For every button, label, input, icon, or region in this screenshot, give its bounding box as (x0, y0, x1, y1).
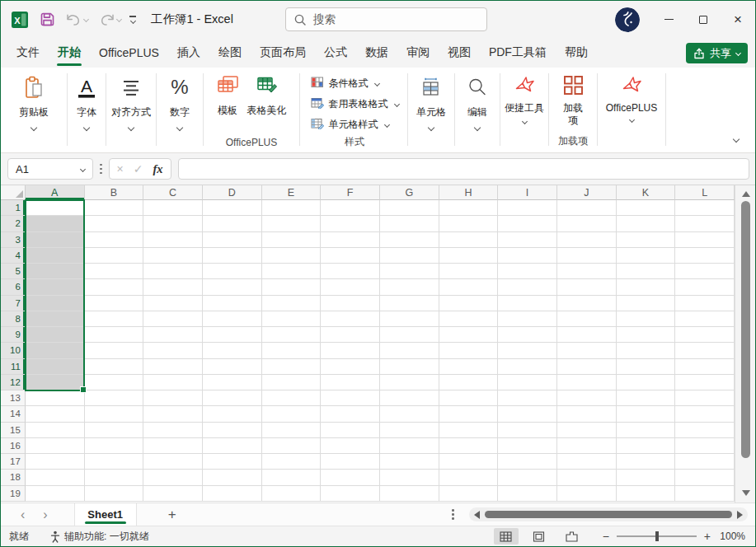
scroll-right-icon[interactable] (737, 511, 743, 519)
cell-G14[interactable] (380, 406, 439, 422)
cell-L13[interactable] (675, 390, 735, 406)
row-header-1[interactable]: 1 (1, 200, 26, 216)
column-header-C[interactable]: C (143, 185, 203, 200)
cell-E6[interactable] (262, 279, 322, 295)
cell-F13[interactable] (321, 390, 380, 406)
cell-B1[interactable] (85, 200, 144, 216)
cell-J7[interactable] (557, 296, 617, 311)
cell-A7[interactable] (26, 296, 85, 311)
row-header-5[interactable]: 5 (1, 264, 26, 279)
row-header-9[interactable]: 9 (1, 327, 26, 343)
cell-F3[interactable] (321, 232, 380, 248)
page-break-view-button[interactable] (560, 528, 585, 545)
cell-D11[interactable] (203, 359, 262, 375)
row-header-19[interactable]: 19 (1, 486, 26, 502)
cell-G13[interactable] (380, 390, 439, 406)
cell-A10[interactable] (26, 343, 85, 358)
cell-L16[interactable] (675, 438, 735, 454)
row-header-10[interactable]: 10 (1, 343, 26, 358)
cell-L4[interactable] (675, 248, 735, 264)
cell-A18[interactable] (26, 470, 85, 485)
cell-G18[interactable] (380, 470, 439, 485)
tab-file[interactable]: 文件 (7, 38, 49, 68)
row-header-17[interactable]: 17 (1, 454, 26, 470)
cell-C15[interactable] (143, 423, 203, 438)
row-header-16[interactable]: 16 (1, 438, 26, 454)
cell-L5[interactable] (675, 264, 735, 279)
add-sheet-button[interactable]: + (168, 507, 176, 521)
cell-D16[interactable] (203, 438, 262, 454)
cell-F7[interactable] (321, 296, 380, 311)
horizontal-scroll-thumb[interactable] (485, 511, 732, 518)
cell-L7[interactable] (675, 296, 735, 311)
cell-J18[interactable] (557, 470, 617, 485)
cell-G15[interactable] (380, 423, 439, 438)
cell-L19[interactable] (675, 486, 735, 502)
cell-D10[interactable] (203, 343, 262, 358)
row-header-12[interactable]: 12 (1, 375, 26, 390)
cell-F11[interactable] (321, 359, 380, 375)
cell-B4[interactable] (85, 248, 144, 264)
row-header-3[interactable]: 3 (1, 232, 26, 248)
cell-F4[interactable] (321, 248, 380, 264)
cell-F2[interactable] (321, 216, 380, 231)
cell-I15[interactable] (498, 423, 557, 438)
cell-F15[interactable] (321, 423, 380, 438)
cell-G16[interactable] (380, 438, 439, 454)
cell-J6[interactable] (557, 279, 617, 295)
cell-I5[interactable] (498, 264, 557, 279)
cell-C18[interactable] (143, 470, 203, 485)
formula-input[interactable] (178, 158, 749, 180)
cell-A2[interactable] (26, 216, 85, 231)
cell-L1[interactable] (675, 200, 735, 216)
page-layout-view-button[interactable] (527, 528, 552, 545)
column-header-G[interactable]: G (380, 185, 439, 200)
cell-J4[interactable] (557, 248, 617, 264)
maximize-button[interactable] (686, 1, 721, 38)
tab-insert[interactable]: 插入 (168, 38, 209, 68)
column-header-E[interactable]: E (262, 185, 322, 200)
cell-C5[interactable] (143, 264, 203, 279)
cell-B14[interactable] (85, 406, 144, 422)
cell-E8[interactable] (262, 311, 322, 327)
cell-L11[interactable] (675, 359, 735, 375)
cell-G1[interactable] (380, 200, 439, 216)
column-header-K[interactable]: K (617, 185, 676, 200)
cell-E14[interactable] (262, 406, 322, 422)
zoom-out-button[interactable]: − (603, 530, 609, 543)
cell-J15[interactable] (557, 423, 617, 438)
cell-E18[interactable] (262, 470, 322, 485)
cell-D4[interactable] (203, 248, 262, 264)
cell-H15[interactable] (439, 423, 499, 438)
cell-K13[interactable] (617, 390, 676, 406)
cell-A16[interactable] (26, 438, 85, 454)
accessibility-status[interactable]: 辅助功能: 一切就绪 (50, 530, 149, 544)
cell-K10[interactable] (617, 343, 676, 358)
tab-formulas[interactable]: 公式 (315, 38, 356, 68)
cell-C17[interactable] (143, 454, 203, 470)
cell-J10[interactable] (557, 343, 617, 358)
cell-K6[interactable] (617, 279, 676, 295)
row-header-13[interactable]: 13 (1, 390, 26, 406)
zoom-in-button[interactable]: + (704, 530, 711, 543)
cell-D3[interactable] (203, 232, 262, 248)
font-group-button[interactable]: A 字体 (68, 70, 106, 152)
cell-D6[interactable] (203, 279, 262, 295)
cell-L2[interactable] (675, 216, 735, 231)
cancel-button[interactable]: × (117, 163, 124, 175)
tab-pdf-tools[interactable]: PDF工具箱 (480, 38, 556, 68)
row-header-4[interactable]: 4 (1, 248, 26, 264)
cell-H9[interactable] (439, 327, 499, 343)
cell-B17[interactable] (85, 454, 144, 470)
cell-C16[interactable] (143, 438, 203, 454)
cell-B19[interactable] (85, 486, 144, 502)
cell-H4[interactable] (439, 248, 499, 264)
template-button[interactable]: 模板 (217, 75, 239, 118)
cell-K11[interactable] (617, 359, 676, 375)
cell-D8[interactable] (203, 311, 262, 327)
enter-button[interactable]: ✓ (134, 163, 143, 175)
cell-B12[interactable] (85, 375, 144, 390)
cell-G12[interactable] (380, 375, 439, 390)
cell-F16[interactable] (321, 438, 380, 454)
cell-I18[interactable] (498, 470, 557, 485)
